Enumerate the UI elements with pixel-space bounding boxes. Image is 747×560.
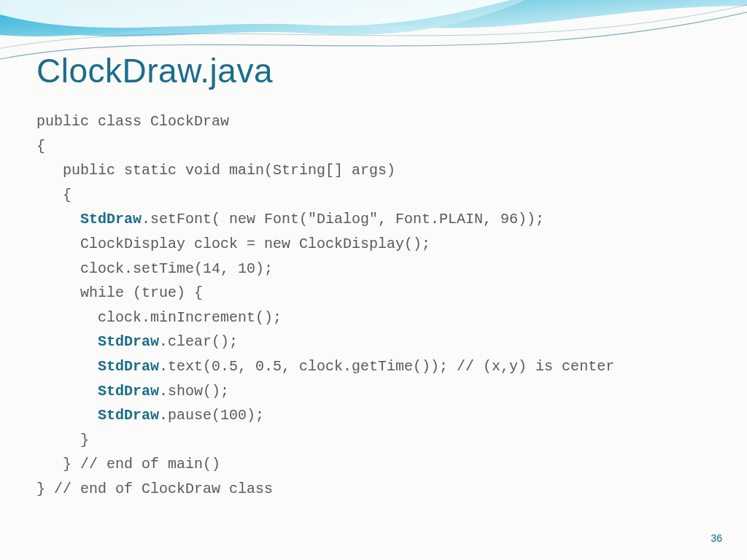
code-rest: .setFont( new Font("Dialog", Font.PLAIN,… bbox=[142, 211, 544, 228]
code-rest: .show(); bbox=[159, 383, 229, 400]
code-keyword: StdDraw bbox=[80, 211, 142, 228]
code-line: ClockDisplay clock = new ClockDisplay(); bbox=[36, 236, 430, 252]
code-line: public class ClockDraw bbox=[36, 113, 229, 130]
code-line: while (true) { bbox=[36, 284, 203, 301]
code-line: { bbox=[36, 138, 45, 155]
code-indent bbox=[36, 333, 98, 350]
code-keyword: StdDraw bbox=[98, 383, 159, 400]
code-keyword: StdDraw bbox=[98, 358, 159, 375]
code-line: clock.minIncrement(); bbox=[36, 309, 282, 326]
code-keyword: StdDraw bbox=[98, 333, 159, 350]
slide-title: ClockDraw.java bbox=[36, 51, 711, 90]
page-number: 36 bbox=[711, 532, 722, 544]
code-block: public class ClockDraw { public static v… bbox=[36, 109, 711, 502]
code-indent bbox=[36, 383, 98, 400]
code-rest: .text(0.5, 0.5, clock.getTime()); // (x,… bbox=[159, 358, 614, 375]
code-rest: .pause(100); bbox=[159, 407, 264, 424]
code-line: } bbox=[36, 432, 89, 448]
code-keyword: StdDraw bbox=[98, 407, 159, 424]
code-line: public static void main(String[] args) bbox=[36, 162, 395, 179]
code-indent bbox=[36, 407, 98, 424]
slide-content: ClockDraw.java public class ClockDraw { … bbox=[0, 0, 747, 502]
code-rest: .clear(); bbox=[159, 333, 238, 350]
code-line: { bbox=[36, 187, 71, 203]
code-indent bbox=[36, 358, 98, 375]
code-line: clock.setTime(14, 10); bbox=[36, 260, 273, 277]
code-indent bbox=[36, 211, 80, 228]
code-line: } // end of ClockDraw class bbox=[36, 481, 273, 497]
code-line: } // end of main() bbox=[36, 456, 220, 472]
